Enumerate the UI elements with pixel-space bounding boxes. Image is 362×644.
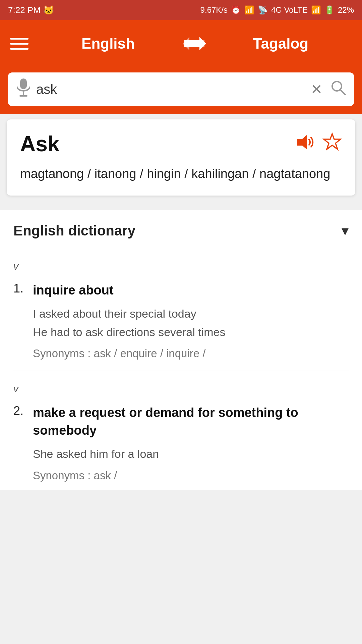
search-bar: ✕ <box>8 72 354 106</box>
dictionary-title: English dictionary <box>13 223 135 239</box>
part-of-speech-2: v <box>13 374 349 397</box>
def-number-2: 2. <box>13 404 27 418</box>
definition-item-2: 2. make a request or demand for somethin… <box>13 397 349 490</box>
source-word: Ask <box>20 131 59 156</box>
svg-rect-2 <box>20 78 27 89</box>
example-1-2: He had to ask directions several times <box>33 323 349 341</box>
network-speed: 9.67K/s <box>200 5 228 15</box>
signal-bars-icon: 📶 <box>311 5 321 15</box>
chevron-down-icon: ▾ <box>342 222 349 239</box>
example-1-1: I asked about their special today <box>33 305 349 323</box>
app-header: English Tagalog <box>0 20 362 67</box>
hamburger-line-3 <box>10 48 28 50</box>
battery-level: 22% <box>338 5 354 15</box>
menu-button[interactable] <box>10 38 37 50</box>
synonyms-1: Synonyms : ask / enquire / inquire / <box>13 347 349 360</box>
divider-1 <box>13 371 349 371</box>
definition-row-1: 1. inquire about <box>13 281 349 299</box>
def-number-1: 1. <box>13 281 27 296</box>
battery-icon: 🔋 <box>324 5 335 15</box>
wifi-icon: 📶 <box>244 5 254 15</box>
def-text-1: inquire about <box>33 281 114 299</box>
status-bar-left: 7:22 PM 🐱 <box>8 5 54 15</box>
source-language[interactable]: English <box>37 35 179 52</box>
network-type: 4G VoLTE <box>271 5 308 15</box>
svg-line-6 <box>341 90 345 95</box>
result-action-icons <box>295 132 342 156</box>
synonyms-2: Synonyms : ask / <box>13 469 349 482</box>
dictionary-header[interactable]: English dictionary ▾ <box>0 210 362 251</box>
cat-icon: 🐱 <box>43 5 54 15</box>
time-display: 7:22 PM <box>8 5 41 15</box>
svg-marker-8 <box>324 134 341 149</box>
dictionary-content: v 1. inquire about I asked about their s… <box>0 251 362 490</box>
search-container: ✕ <box>0 67 362 114</box>
swap-languages-button[interactable] <box>179 35 209 52</box>
alarm-icon: ⏰ <box>231 5 241 15</box>
examples-1: I asked about their special today He had… <box>13 305 349 341</box>
example-2-1: She asked him for a loan <box>33 445 349 463</box>
dictionary-section: English dictionary ▾ v 1. inquire about … <box>0 210 362 490</box>
result-word-row: Ask <box>20 131 342 156</box>
svg-marker-7 <box>297 135 307 150</box>
favorite-icon[interactable] <box>322 132 342 156</box>
examples-2: She asked him for a loan <box>13 445 349 463</box>
translation-result-card: Ask magtanong / itanong / hingin / kahil… <box>7 119 355 196</box>
def-text-2: make a request or demand for something t… <box>33 404 349 439</box>
swap-icon <box>183 35 206 52</box>
status-bar-right: 9.67K/s ⏰ 📶 📡 4G VoLTE 📶 🔋 22% <box>200 5 354 15</box>
definition-item-1: 1. inquire about I asked about their spe… <box>13 275 349 368</box>
search-icon[interactable] <box>330 80 346 99</box>
status-bar: 7:22 PM 🐱 9.67K/s ⏰ 📶 📡 4G VoLTE 📶 🔋 22% <box>0 0 362 20</box>
target-language[interactable]: Tagalog <box>209 35 352 52</box>
hamburger-line-1 <box>10 38 28 40</box>
search-input[interactable] <box>36 82 303 97</box>
hamburger-line-2 <box>10 43 28 45</box>
definition-row-2: 2. make a request or demand for somethin… <box>13 404 349 439</box>
microphone-icon[interactable] <box>16 78 31 100</box>
part-of-speech-1: v <box>13 251 349 275</box>
section-gap <box>0 201 362 210</box>
translated-text: magtanong / itanong / hingin / kahilinga… <box>20 164 342 183</box>
clear-icon[interactable]: ✕ <box>308 81 325 98</box>
signal-icon: 📡 <box>258 5 268 15</box>
speaker-icon[interactable] <box>295 133 314 155</box>
